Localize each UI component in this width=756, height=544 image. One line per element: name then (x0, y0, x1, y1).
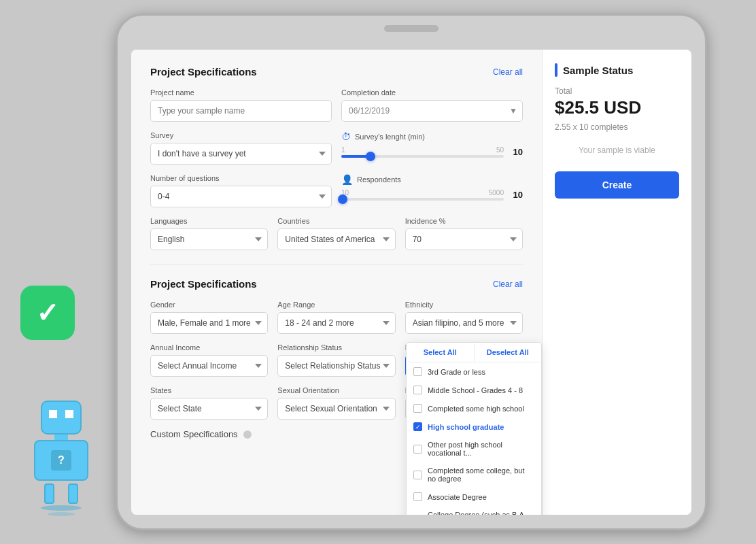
languages-select[interactable]: English (150, 228, 268, 250)
respondents-track[interactable] (341, 198, 504, 201)
incidence-label: Incidence % (405, 217, 523, 225)
education-item-label-4: Other post high school vocational t... (428, 441, 534, 457)
survey-thumb[interactable] (366, 152, 375, 161)
questions-label: Number of questions (150, 174, 332, 182)
status-bar-accent (555, 63, 557, 77)
countries-select[interactable]: United States of America (277, 228, 395, 250)
respondents-label: Respondents (357, 175, 401, 184)
custom-spec-toggle[interactable] (243, 430, 252, 439)
survey-track[interactable] (341, 155, 504, 158)
project-name-group: Project name (150, 88, 332, 122)
states-select[interactable]: Select State (150, 398, 268, 420)
clear-all-2[interactable]: Clear all (493, 279, 523, 289)
clock-icon: ⏱ (341, 131, 351, 142)
education-item-label-0: 3rd Grade or less (428, 368, 485, 376)
gender-select[interactable]: Male, Female and 1 more (150, 312, 268, 334)
sidebar: Sample Status Total $25.5 USD 2.55 x 10 … (542, 50, 691, 515)
education-items-list: 3rd Grade or lessMiddle School - Grades … (407, 362, 541, 515)
project-name-input[interactable] (150, 100, 332, 122)
education-checkbox-3[interactable]: ✓ (413, 422, 422, 431)
relationship-select[interactable]: Select Relationship Status (277, 355, 395, 377)
respondents-range: 10 5000 (341, 189, 504, 197)
relationship-group: Relationship Status Select Relationship … (277, 343, 395, 377)
completes-text: 2.55 x 10 completes (555, 122, 679, 132)
gender-age-ethnicity-row: Gender Male, Female and 1 more Age Range… (150, 301, 523, 334)
completion-date-group: Completion date ▼ (341, 88, 523, 122)
education-item-7[interactable]: College Degree (such as B.A., B.S.) (407, 506, 541, 515)
education-item-label-5: Completed some college, but no degree (428, 466, 534, 483)
total-price: $25.5 USD (555, 97, 679, 118)
education-item-1[interactable]: Middle School - Grades 4 - 8 (407, 381, 541, 399)
relationship-label: Relationship Status (277, 343, 395, 352)
education-item-0[interactable]: 3rd Grade or less (407, 362, 541, 381)
questions-respondents-row: Number of questions 0-4 👤 Respondents 10 (150, 174, 523, 207)
education-checkbox-0[interactable] (413, 367, 422, 376)
select-all-button[interactable]: Select All (407, 343, 475, 362)
ethnicity-select[interactable]: Asian filipino, and 5 more (405, 312, 523, 334)
deselect-all-button[interactable]: Deselect All (475, 343, 542, 362)
orientation-label: Sexual Orientation (277, 386, 395, 394)
survey-range: 1 50 (341, 146, 504, 154)
respondents-slider: 10 5000 10 (341, 189, 523, 201)
divider (150, 264, 523, 265)
education-item-label-1: Middle School - Grades 4 - 8 (428, 386, 523, 394)
create-button[interactable]: Create (555, 171, 679, 199)
section1-title: Project Specifications (150, 66, 257, 78)
viable-text: Your sample is viable (555, 146, 679, 155)
education-checkbox-2[interactable] (413, 404, 422, 413)
project-name-label: Project name (150, 88, 332, 97)
incidence-group: Incidence % 70 (405, 217, 523, 250)
education-item-label-2: Completed some high school (428, 405, 524, 413)
gender-label: Gender (150, 301, 268, 309)
education-dropdown: Select All Deselect All 3rd Grade or les… (406, 342, 542, 515)
survey-label: Survey (150, 131, 332, 139)
date-chevron-icon: ▼ (509, 106, 517, 116)
education-checkbox-5[interactable] (413, 471, 422, 479)
survey-length-group: ⏱ Survey's lenght (min) 1 50 (341, 131, 523, 165)
check-bubble: ✓ (20, 286, 75, 340)
survey-slider-row: Survey I don't have a survey yet ⏱ Surve… (150, 131, 523, 165)
survey-length-slider: 1 50 10 (341, 146, 523, 158)
section2-header: Project Specifications Clear all (150, 278, 523, 290)
sample-status-header: Sample Status (555, 63, 679, 77)
income-select[interactable]: Select Annual Income (150, 355, 268, 377)
questions-select[interactable]: 0-4 (150, 186, 332, 207)
education-checkbox-7[interactable] (413, 515, 422, 515)
section2-title: Project Specifications (150, 278, 257, 290)
tablet-inner: Project Specifications Clear all Project… (131, 50, 691, 515)
total-label: Total (555, 86, 679, 96)
income-label: Annual Income (150, 343, 268, 352)
survey-value-display: 10 (509, 147, 523, 157)
orientation-select[interactable]: Select Sexual Orientation (277, 398, 395, 420)
education-checkbox-6[interactable] (413, 492, 422, 501)
education-item-4[interactable]: Other post high school vocational t... (407, 436, 541, 462)
tablet-frame: Project Specifications Clear all Project… (116, 14, 707, 530)
education-checkbox-4[interactable] (413, 445, 422, 454)
robot-illustration: ? (0, 401, 122, 517)
countries-label: Countries (277, 217, 395, 225)
countries-group: Countries United States of America (277, 217, 395, 250)
languages-group: Languages English (150, 217, 268, 250)
respondents-thumb[interactable] (338, 194, 347, 204)
clear-all-1[interactable]: Clear all (493, 67, 523, 77)
age-select[interactable]: 18 - 24 and 2 more (277, 312, 395, 334)
incidence-select[interactable]: 70 (405, 228, 523, 250)
age-group: Age Range 18 - 24 and 2 more (277, 301, 395, 334)
completion-date-input[interactable] (341, 100, 523, 122)
tablet-notch (384, 25, 439, 32)
education-item-5[interactable]: Completed some college, but no degree (407, 462, 541, 488)
survey-length-label: Survey's lenght (min) (355, 133, 425, 141)
education-item-3[interactable]: ✓High school graduate (407, 418, 541, 436)
check-mark-icon: ✓ (36, 297, 59, 328)
survey-select[interactable]: I don't have a survey yet (150, 143, 332, 165)
education-item-label-7: College Degree (such as B.A., B.S.) (428, 511, 534, 515)
sample-status-title: Sample Status (563, 65, 633, 76)
age-label: Age Range (277, 301, 395, 309)
survey-group: Survey I don't have a survey yet (150, 131, 332, 165)
education-item-2[interactable]: Completed some high school (407, 399, 541, 418)
education-checkbox-1[interactable] (413, 386, 422, 394)
states-group: States Select State (150, 386, 268, 420)
education-item-label-6: Associate Degree (428, 493, 487, 501)
respondents-icon: 👤 (341, 174, 353, 185)
education-item-6[interactable]: Associate Degree (407, 488, 541, 506)
